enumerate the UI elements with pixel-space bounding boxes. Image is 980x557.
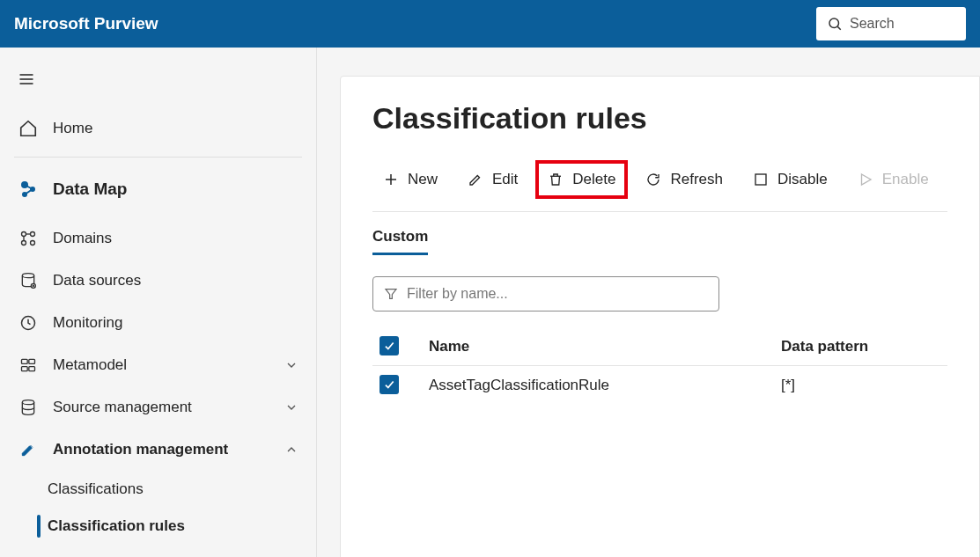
search-icon xyxy=(827,16,843,32)
button-label: Enable xyxy=(882,171,929,188)
database-icon xyxy=(18,272,39,289)
sidebar-item-annotation-mgmt[interactable]: Annotation management xyxy=(11,429,306,471)
sidebar-label: Monitoring xyxy=(53,314,122,332)
new-button[interactable]: New xyxy=(372,162,448,197)
plus-icon xyxy=(383,172,399,187)
sidebar-section-data-map[interactable]: Data Map xyxy=(11,168,306,210)
filter-box[interactable] xyxy=(372,276,719,311)
chevron-down-icon xyxy=(284,400,298,414)
svg-line-9 xyxy=(25,189,33,194)
sidebar-label: Metamodel xyxy=(53,356,127,374)
sidebar-item-monitoring[interactable]: Monitoring xyxy=(11,302,306,344)
play-icon xyxy=(858,172,873,187)
col-header-name[interactable]: Name xyxy=(422,327,774,366)
svg-point-0 xyxy=(829,18,839,28)
refresh-icon xyxy=(645,172,661,187)
sidebar-label: Home xyxy=(53,120,92,137)
toolbar: New Edit Delete Refresh Disable Enable xyxy=(372,162,947,212)
source-mgmt-icon xyxy=(18,399,39,416)
cell-pattern: [*] xyxy=(774,366,947,405)
sidebar-sub-label: Classifications xyxy=(48,480,144,498)
svg-point-12 xyxy=(22,241,26,246)
trash-icon xyxy=(548,172,564,187)
brand-title: Microsoft Purview xyxy=(14,14,158,33)
edit-button[interactable]: Edit xyxy=(457,162,528,197)
tabs: Custom xyxy=(372,228,947,255)
sidebar: Home Data Map Domains Data sources xyxy=(0,48,317,557)
svg-rect-28 xyxy=(755,174,766,185)
svg-rect-23 xyxy=(22,367,28,371)
enable-button: Enable xyxy=(847,162,939,197)
page-title: Classification rules xyxy=(372,101,947,136)
filter-input[interactable] xyxy=(407,286,708,302)
svg-rect-24 xyxy=(29,367,35,371)
disable-button[interactable]: Disable xyxy=(742,162,838,197)
tab-custom[interactable]: Custom xyxy=(372,228,428,255)
col-header-pattern[interactable]: Data pattern xyxy=(774,327,947,366)
button-label: Edit xyxy=(492,171,518,188)
pencil-icon xyxy=(468,172,483,187)
metamodel-icon xyxy=(18,356,39,374)
button-label: Refresh xyxy=(670,171,723,188)
svg-point-13 xyxy=(31,241,35,246)
monitoring-icon xyxy=(18,314,39,332)
delete-button[interactable]: Delete xyxy=(537,162,626,197)
home-icon xyxy=(18,119,39,138)
select-all-checkbox[interactable] xyxy=(379,336,399,355)
button-label: Disable xyxy=(777,171,828,188)
svg-line-1 xyxy=(837,26,840,29)
cell-name: AssetTagClassificationRule xyxy=(422,366,774,405)
button-label: Delete xyxy=(572,171,615,188)
sidebar-sub-classifications[interactable]: Classifications xyxy=(48,471,306,508)
sidebar-section-label: Data Map xyxy=(53,180,127,199)
svg-marker-29 xyxy=(861,174,871,185)
svg-marker-30 xyxy=(386,289,396,299)
svg-point-11 xyxy=(31,232,35,237)
svg-rect-22 xyxy=(29,359,35,363)
search-input[interactable] xyxy=(850,16,955,32)
sidebar-divider xyxy=(14,157,302,158)
filter-icon xyxy=(384,287,398,301)
annotation-icon xyxy=(18,441,39,458)
sidebar-item-source-management[interactable]: Source management xyxy=(11,386,306,429)
sidebar-item-domains[interactable]: Domains xyxy=(11,217,306,260)
row-checkbox[interactable] xyxy=(379,375,399,394)
sidebar-label: Source management xyxy=(53,399,192,416)
main-content: Classification rules New Edit Delete Ref… xyxy=(340,76,980,557)
sidebar-item-metamodel[interactable]: Metamodel xyxy=(11,344,306,386)
chevron-down-icon xyxy=(284,358,298,372)
svg-point-10 xyxy=(22,232,26,237)
button-label: New xyxy=(408,171,438,188)
hamburger-button[interactable] xyxy=(11,63,42,95)
refresh-button[interactable]: Refresh xyxy=(635,162,733,197)
data-map-icon xyxy=(18,179,39,200)
sidebar-sub-annotation: Classifications Classification rules xyxy=(11,471,306,545)
sidebar-sub-classification-rules[interactable]: Classification rules xyxy=(48,508,306,545)
top-bar: Microsoft Purview xyxy=(0,0,980,48)
search-box[interactable] xyxy=(816,7,966,40)
svg-rect-21 xyxy=(22,359,28,363)
sidebar-item-home[interactable]: Home xyxy=(11,107,306,150)
svg-point-16 xyxy=(22,274,33,278)
table-row[interactable]: AssetTagClassificationRule [*] xyxy=(372,366,947,405)
domains-icon xyxy=(18,230,39,247)
sidebar-label: Annotation management xyxy=(53,441,228,458)
square-icon xyxy=(753,172,769,187)
svg-point-25 xyxy=(22,400,33,405)
rules-table: Name Data pattern AssetTagClassification… xyxy=(372,327,947,404)
sidebar-label: Domains xyxy=(53,230,112,247)
sidebar-sub-label: Classification rules xyxy=(48,517,185,535)
sidebar-label: Data sources xyxy=(53,272,141,289)
chevron-up-icon xyxy=(284,443,298,457)
sidebar-item-data-sources[interactable]: Data sources xyxy=(11,260,306,302)
